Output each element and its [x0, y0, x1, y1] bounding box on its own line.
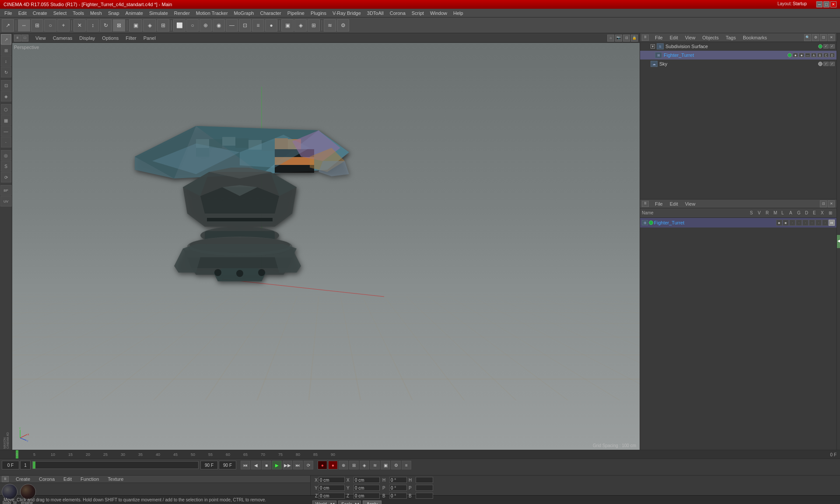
- toolbar-grid[interactable]: ▣: [281, 19, 294, 32]
- mm-col-l-val[interactable]: ·: [809, 220, 815, 226]
- toolbar-move[interactable]: ↔: [18, 19, 30, 32]
- menu-corona[interactable]: Corona: [387, 10, 408, 17]
- tool-move[interactable]: ⊞: [1, 45, 11, 56]
- obj-c-turret[interactable]: C: [823, 53, 829, 57]
- om-menu-objects[interactable]: Objects: [700, 34, 720, 41]
- viewport-menu-filter[interactable]: Filter: [124, 35, 138, 42]
- mm-col-g-val[interactable]: ·: [822, 220, 828, 226]
- btn-go-start[interactable]: ⏮: [241, 461, 250, 469]
- mm-menu-view[interactable]: View: [683, 200, 697, 207]
- om-menu-file[interactable]: File: [653, 34, 665, 41]
- toolbar-rotate[interactable]: ⊠: [113, 19, 125, 32]
- rot-z-input[interactable]: [354, 493, 380, 499]
- viewport-menu-options[interactable]: Options: [100, 35, 120, 42]
- apply-button[interactable]: Apply: [363, 500, 382, 504]
- viewport-menu-display[interactable]: Display: [77, 35, 97, 42]
- menu-motiontracker[interactable]: Motion Tracker: [193, 10, 231, 17]
- menu-script[interactable]: Script: [409, 10, 427, 17]
- obj-vis-sky[interactable]: ✓: [823, 62, 829, 66]
- mm-col-dot2-val[interactable]: ·: [796, 220, 802, 226]
- btn-play-fast[interactable]: ▶▶: [283, 461, 292, 469]
- end-frame-input[interactable]: [200, 461, 218, 469]
- pos-y-input[interactable]: [318, 485, 345, 491]
- btn-motion-clip[interactable]: ≋: [370, 461, 380, 469]
- current-frame-input[interactable]: [2, 461, 19, 469]
- size-b-input[interactable]: [416, 493, 433, 499]
- tool-sym[interactable]: S: [1, 161, 11, 172]
- menu-character[interactable]: Character: [257, 10, 284, 17]
- obj-render-1[interactable]: ✓: [830, 44, 835, 49]
- menu-pipeline[interactable]: Pipeline: [285, 10, 307, 17]
- menu-select[interactable]: Select: [51, 10, 70, 17]
- viewport-icon-lock[interactable]: 🔒: [631, 35, 638, 42]
- toolbar-add-sky[interactable]: ≡: [252, 19, 264, 32]
- toolbar-select-all[interactable]: ✕: [74, 19, 86, 32]
- mat-tab-create[interactable]: Create: [13, 476, 33, 483]
- btn-loop[interactable]: ⟳: [304, 461, 313, 469]
- menu-help[interactable]: Help: [451, 10, 466, 17]
- tool-select[interactable]: ↗: [1, 34, 11, 45]
- tool-edge[interactable]: —: [1, 126, 11, 136]
- viewport-menu-view[interactable]: View: [34, 35, 48, 42]
- menu-mesh[interactable]: Mesh: [88, 10, 105, 17]
- mat-tab-corona[interactable]: Corona: [36, 476, 57, 483]
- object-list[interactable]: ▼ S Subdivision Surface ✓ ✓ ⊞ Fighter_Tu…: [640, 42, 836, 199]
- tool-texture[interactable]: ◈: [1, 91, 11, 102]
- tool-point[interactable]: ·: [1, 137, 11, 147]
- toolbar-edges[interactable]: ○: [44, 19, 56, 32]
- mm-close-icon[interactable]: ✕: [828, 200, 835, 207]
- minimize-button[interactable]: ─: [816, 1, 822, 7]
- btn-set-key[interactable]: ⊞: [349, 461, 359, 469]
- toolbar-display-settings[interactable]: ⚙: [337, 19, 349, 32]
- close-button[interactable]: ✕: [830, 1, 836, 7]
- obj-expand[interactable]: ▼: [651, 44, 655, 49]
- menu-create[interactable]: Create: [30, 10, 50, 17]
- tool-model[interactable]: ⊡: [1, 80, 11, 91]
- menu-animate[interactable]: Animate: [123, 10, 146, 17]
- toolbar-polygons[interactable]: +: [57, 19, 70, 32]
- btn-key-all[interactable]: ⊕: [339, 461, 348, 469]
- tool-polygon[interactable]: ▦: [1, 115, 11, 126]
- mat-tab-texture[interactable]: Texture: [105, 476, 126, 483]
- btn-play-forward[interactable]: ▶: [272, 461, 282, 469]
- toolbar-snapping2[interactable]: ⊞: [308, 19, 320, 32]
- btn-settings-tl[interactable]: ⚙: [391, 461, 401, 469]
- mm-menu-file[interactable]: File: [653, 200, 665, 207]
- toolbar-undo[interactable]: ↗: [2, 19, 14, 32]
- frame-step-input[interactable]: [20, 461, 31, 469]
- menu-render[interactable]: Render: [172, 10, 192, 17]
- viewport-menu-panel[interactable]: Panel: [142, 35, 158, 42]
- toolbar-render-settings[interactable]: ⊞: [157, 19, 169, 32]
- size-p-input[interactable]: [416, 485, 433, 491]
- rot-p-input[interactable]: [389, 485, 407, 491]
- obj-b-turret[interactable]: B: [817, 53, 822, 57]
- tool-spline[interactable]: ◎: [1, 150, 11, 161]
- viewport-menu-cameras[interactable]: Cameras: [51, 35, 74, 42]
- toolbar-scale[interactable]: ↻: [100, 19, 112, 32]
- coord-mode-select[interactable]: World Object: [312, 500, 336, 504]
- obj-color-sky[interactable]: [818, 62, 822, 66]
- obj-color-turret[interactable]: [788, 53, 792, 57]
- object-row-subdivision[interactable]: ▼ S Subdivision Surface ✓ ✓: [640, 42, 836, 51]
- timeline-scrubber[interactable]: [32, 461, 199, 469]
- obj-render-sky[interactable]: ✓: [830, 62, 835, 66]
- tool-rotate[interactable]: ↻: [1, 67, 11, 77]
- mm-col-dot-val[interactable]: ·: [789, 220, 795, 226]
- om-search-icon[interactable]: 🔍: [804, 34, 811, 41]
- mat-tab-function[interactable]: Function: [78, 476, 102, 483]
- menu-3dtoall[interactable]: 3DToAll: [364, 10, 386, 17]
- menu-snap[interactable]: Snap: [105, 10, 122, 17]
- om-menu-view[interactable]: View: [683, 34, 697, 41]
- toolbar-snap[interactable]: ◈: [294, 19, 307, 32]
- menu-vray[interactable]: V-Ray Bridge: [330, 10, 364, 17]
- obj-a-turret[interactable]: A: [811, 53, 816, 57]
- viewport-canvas[interactable]: Perspective Grid Spacing : 100 cm X Y Z: [12, 43, 640, 450]
- mm-maximize-icon[interactable]: ⊡: [820, 200, 827, 207]
- btn-list-tl[interactable]: ≡: [402, 461, 411, 469]
- toolbar-add-light[interactable]: —: [226, 19, 238, 32]
- rot-y-input[interactable]: [354, 485, 380, 491]
- menu-file[interactable]: File: [2, 10, 15, 17]
- om-close-icon[interactable]: ✕: [828, 34, 835, 41]
- toolbar-render-region[interactable]: ▣: [129, 19, 142, 32]
- mm-col-v-val[interactable]: ■: [783, 220, 789, 226]
